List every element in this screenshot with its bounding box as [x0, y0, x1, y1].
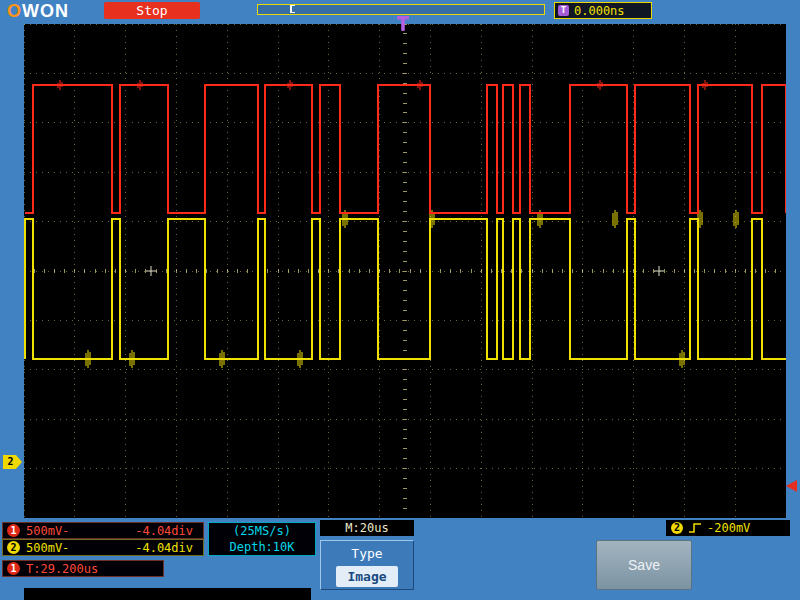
- ch1-volts-div: 500mV-: [26, 524, 69, 538]
- ch1-offset: -4.04div: [135, 524, 193, 538]
- logo-o-icon: O: [7, 1, 22, 21]
- ch1-badge: 1: [7, 524, 20, 537]
- trigger-t-icon: [395, 15, 411, 33]
- waveform-display: [24, 24, 786, 518]
- oscilloscope-screen: OWON Stop T 0.000ns 2 1 500mV- -4.04div …: [0, 0, 800, 600]
- type-value: Image: [336, 566, 398, 587]
- ch2-position-marker[interactable]: 2: [3, 455, 22, 469]
- stop-button[interactable]: Stop: [104, 2, 200, 19]
- period-value: T:29.200us: [26, 562, 98, 576]
- bottom-strip: [24, 588, 311, 600]
- trigger-source-badge: 2: [671, 522, 683, 534]
- type-image-button[interactable]: Type Image: [320, 540, 414, 590]
- trigger-time-value: 0.000ns: [574, 4, 625, 18]
- trigger-level-value: -200mV: [707, 521, 750, 535]
- trigger-time-readout: T 0.000ns: [554, 2, 652, 19]
- acquisition-info: (25MS/s) Depth:10K: [208, 522, 316, 556]
- ch2-readout: 2 500mV- -4.04div: [2, 539, 204, 556]
- logo-text: WON: [22, 1, 69, 21]
- trigger-t-badge: T: [558, 5, 569, 16]
- ch2-offset: -4.04div: [135, 541, 193, 555]
- owon-logo: OWON: [7, 1, 69, 22]
- horizontal-position-bar[interactable]: [257, 4, 545, 15]
- period-badge: 1: [7, 562, 20, 575]
- record-window-marker: [290, 5, 295, 13]
- save-button[interactable]: Save: [596, 540, 692, 590]
- sample-rate: (25MS/s): [209, 523, 315, 539]
- rising-edge-icon: [688, 522, 702, 534]
- ch2-badge: 2: [7, 541, 20, 554]
- ch2-volts-div: 500mV-: [26, 541, 69, 555]
- trigger-position-marker[interactable]: [395, 15, 411, 33]
- period-readout: 1 T:29.200us: [2, 560, 164, 577]
- trigger-level-readout: 2 -200mV: [666, 520, 790, 536]
- timebase-readout: M:20us: [320, 520, 414, 536]
- memory-depth: Depth:10K: [209, 539, 315, 555]
- trigger-level-marker[interactable]: [786, 480, 797, 492]
- type-label: Type: [321, 546, 413, 561]
- ch1-readout: 1 500mV- -4.04div: [2, 522, 204, 539]
